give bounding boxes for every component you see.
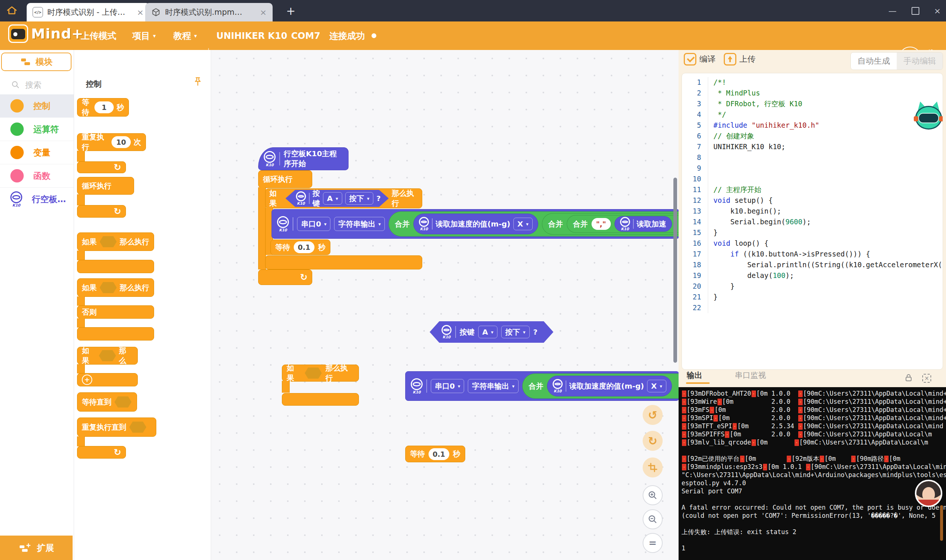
axis-dropdown[interactable]: X▾ bbox=[647, 380, 666, 392]
tab-upload-program[interactable]: </> 时序模式识别 - 上传… × bbox=[27, 3, 150, 22]
port-name[interactable]: COM7 bbox=[291, 22, 320, 50]
clear-output-button[interactable]: × bbox=[922, 374, 931, 383]
value-input[interactable]: 1 bbox=[94, 102, 114, 113]
block-text: 秒 bbox=[453, 449, 460, 459]
output-terminal[interactable]: ·[93mDFRobot_AHT20·[0m 1.0.0 ·[90mC:\Use… bbox=[679, 387, 946, 560]
block-button-pressed-condition[interactable]: K10 按键 A▾ 按下▾ ? bbox=[285, 190, 389, 207]
condition-slot[interactable] bbox=[100, 282, 117, 293]
block-serial-print[interactable]: K10 串口0▾ 字符串输出▾ 合并 K10 读取加速度的值(m-g) X▾ 合… bbox=[272, 209, 679, 239]
block-read-accel-clipped[interactable]: K10 读取加速 bbox=[614, 216, 672, 232]
code-editor[interactable]: 1/*!2 * MindPlus3 * DFRobot, 行空板 K104 */… bbox=[682, 73, 943, 370]
manual-edit-tab[interactable]: 手动编辑 bbox=[897, 52, 943, 69]
tab-project-file[interactable]: 时序模式识别.mpm… × bbox=[145, 3, 273, 22]
user-avatar[interactable] bbox=[915, 480, 942, 507]
tab-serial-monitor[interactable]: 串口监视 bbox=[735, 370, 766, 380]
maximize-button[interactable] bbox=[912, 7, 919, 15]
value-input[interactable]: 10 bbox=[111, 136, 131, 148]
sidebar-category-operators[interactable]: 运算符 bbox=[0, 117, 74, 141]
menu-tutorial[interactable]: 教程▾ bbox=[173, 22, 197, 50]
zoom-in-button[interactable] bbox=[643, 485, 663, 505]
auto-generate-tab[interactable]: 自动生成 bbox=[851, 52, 897, 69]
device-name[interactable]: UNIHIKER K10 bbox=[216, 22, 287, 50]
block-k10-main-start[interactable]: K10 行空板K10主程序开始 bbox=[258, 147, 349, 170]
serial-port-dropdown[interactable]: 串口0▾ bbox=[431, 379, 464, 393]
search-box[interactable] bbox=[0, 77, 74, 93]
undo-button[interactable]: ↺ bbox=[643, 405, 663, 425]
tab-output[interactable]: 输出 bbox=[687, 370, 702, 380]
zoom-reset-button[interactable]: = bbox=[643, 533, 663, 553]
block-palette[interactable]: 控制 等待 1 秒 重复执行 10 次 ↻ 循环执行 ↻ bbox=[74, 50, 211, 560]
home-button[interactable] bbox=[4, 3, 20, 18]
block-if-empty-bottom[interactable] bbox=[282, 393, 359, 406]
block-join[interactable]: 合并 K10 读取加速度的值(m-g) X▾ bbox=[522, 374, 679, 398]
canvas-scrollbar[interactable] bbox=[673, 178, 677, 363]
palette-block-wait[interactable]: 等待 1 秒 bbox=[77, 98, 129, 117]
serial-port-dropdown[interactable]: 串口0▾ bbox=[297, 217, 330, 231]
state-dropdown[interactable]: 按下▾ bbox=[345, 192, 374, 205]
menu-upload-mode[interactable]: 上传模式 bbox=[81, 22, 116, 50]
block-button-pressed-floating[interactable]: K10 按键 A▾ 按下▾ ? bbox=[430, 321, 553, 343]
block-read-accel-x[interactable]: K10 读取加速度的值(m-g) X▾ bbox=[414, 214, 538, 234]
extension-button[interactable]: 扩展 bbox=[0, 535, 73, 560]
close-tab-icon[interactable]: × bbox=[137, 8, 144, 17]
cat-assistant-avatar[interactable] bbox=[915, 103, 942, 129]
menu-project[interactable]: 项目▾ bbox=[132, 22, 156, 50]
button-dropdown[interactable]: A▾ bbox=[478, 326, 497, 338]
text-input[interactable]: "," bbox=[591, 218, 611, 230]
output-mode-dropdown[interactable]: 字符串输出▾ bbox=[334, 217, 385, 231]
block-join-middle[interactable]: 合并 合并 "," K10 读取加速 bbox=[542, 213, 679, 235]
new-tab-button[interactable]: + bbox=[284, 5, 297, 17]
block-read-accel-x[interactable]: K10 读取加速度的值(m-g) X▾ bbox=[547, 376, 672, 396]
sidebar-category-variables[interactable]: 变量 bbox=[0, 141, 74, 164]
pin-icon[interactable] bbox=[193, 77, 202, 88]
workspace-canvas[interactable]: K10 行空板K10主程序开始 循环执行 ↻ 如果 K10 按键 A▾ 按下▾ … bbox=[211, 50, 679, 560]
condition-slot[interactable] bbox=[305, 368, 322, 378]
value-input[interactable]: 0.1 bbox=[429, 448, 449, 460]
palette-block-wait-until[interactable]: 等待直到 bbox=[77, 392, 137, 412]
sidebar-category-functions[interactable]: 函数 bbox=[0, 164, 74, 187]
upload-button[interactable]: 上传 bbox=[724, 53, 756, 66]
compile-button[interactable]: 编译 bbox=[684, 53, 716, 66]
redo-button[interactable]: ↻ bbox=[643, 431, 663, 451]
home-icon bbox=[6, 5, 17, 16]
block-wait-01-floating[interactable]: 等待 0.1 秒 bbox=[405, 446, 465, 462]
screenshot-button[interactable] bbox=[643, 457, 663, 477]
block-forever-bottom[interactable]: ↻ bbox=[258, 269, 312, 285]
output-mode-dropdown[interactable]: 字符串输出▾ bbox=[468, 379, 519, 393]
block-if-then[interactable]: 如果 K10 按键 A▾ 按下▾ ? 那么执行 bbox=[265, 188, 422, 208]
block-wait-01[interactable]: 等待 0.1 秒 bbox=[270, 240, 330, 255]
block-join-outer[interactable]: 合并 K10 读取加速度的值(m-g) X▾ 合并 合并 "," K10 bbox=[389, 211, 679, 237]
condition-slot[interactable] bbox=[100, 236, 117, 247]
terminal-scrollbar[interactable] bbox=[940, 505, 943, 541]
mindplus-logo[interactable]: Mind+ bbox=[8, 25, 84, 43]
minimize-button[interactable]: — bbox=[889, 6, 897, 15]
zoom-out-button[interactable] bbox=[643, 509, 663, 529]
palette-block-if-then[interactable]: 如果 那么执行 bbox=[77, 232, 154, 273]
palette-block-repeat-until[interactable]: 重复执行直到 ↻ bbox=[77, 417, 156, 458]
palette-block-if-expandable[interactable]: 如果 那么 + bbox=[77, 347, 138, 386]
value-input[interactable]: 0.1 bbox=[294, 242, 315, 253]
tab-modules[interactable]: 模块 bbox=[1, 52, 71, 71]
condition-slot[interactable] bbox=[99, 350, 116, 361]
lock-button[interactable] bbox=[904, 373, 914, 384]
search-icon bbox=[11, 80, 20, 89]
sidebar-category-k10-board[interactable]: K10行空板… bbox=[0, 187, 74, 211]
close-tab-icon[interactable]: × bbox=[260, 8, 267, 17]
close-window-button[interactable]: × bbox=[934, 6, 941, 15]
axis-dropdown[interactable]: X▾ bbox=[513, 218, 532, 230]
block-serial-print-floating[interactable]: K10 串口0▾ 字符串输出▾ 合并 K10 读取加速度的值(m-g) X▾ bbox=[405, 371, 679, 401]
palette-block-if-else[interactable]: 如果 那么执行 否则 bbox=[77, 278, 154, 340]
button-dropdown[interactable]: A▾ bbox=[323, 192, 342, 205]
block-join-inner[interactable]: 合并 "," K10 读取加速 bbox=[567, 215, 679, 233]
search-input[interactable] bbox=[25, 80, 67, 90]
block-if-bottom[interactable] bbox=[265, 255, 422, 269]
condition-slot[interactable] bbox=[129, 422, 146, 433]
condition-slot[interactable] bbox=[114, 396, 131, 408]
block-if-then-empty[interactable]: 如果 那么执行 bbox=[282, 365, 359, 382]
sidebar-category-control[interactable]: 控制 bbox=[0, 94, 74, 117]
palette-block-forever[interactable]: 循环执行 ↻ bbox=[77, 177, 134, 218]
expand-plus-icon[interactable]: + bbox=[82, 375, 92, 385]
block-forever-top[interactable]: 循环执行 bbox=[258, 170, 312, 188]
palette-block-repeat-times[interactable]: 重复执行 10 次 ↻ bbox=[77, 133, 146, 173]
state-dropdown[interactable]: 按下▾ bbox=[501, 326, 530, 338]
